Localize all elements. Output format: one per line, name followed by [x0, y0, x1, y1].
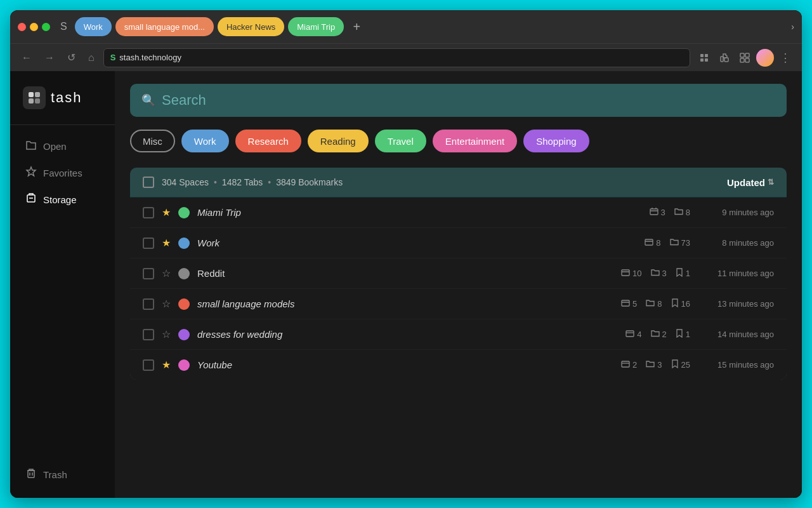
space-name[interactable]: Work [197, 237, 637, 248]
search-placeholder: Search [162, 92, 206, 109]
space-color-dot [178, 237, 190, 249]
space-name[interactable]: Miami Trip [197, 207, 642, 218]
puzzle-button[interactable] [716, 49, 733, 67]
row-time: 13 minutes ago [698, 299, 774, 309]
tab-manager-button[interactable] [736, 49, 754, 67]
extensions-button[interactable] [695, 49, 713, 67]
select-all-checkbox[interactable] [143, 177, 154, 188]
tabs-count: 4 [625, 329, 641, 340]
address-text: stash.technology [119, 53, 181, 62]
filter-misc[interactable]: Misc [130, 130, 175, 152]
tabs-count: 3 [650, 207, 665, 218]
sidebar-item-open[interactable]: Open [13, 133, 112, 159]
svg-rect-25 [622, 361, 629, 367]
space-name[interactable]: Youtube [197, 359, 613, 370]
bookmarks-count: 16 [671, 298, 690, 309]
logo-icon [23, 86, 46, 109]
close-button[interactable] [18, 23, 26, 31]
table-stats: 304 Spaces • 1482 Tabs • 3849 Bookmarks [162, 177, 719, 187]
space-name[interactable]: Reddit [197, 268, 613, 279]
main-content: tash Open Favorites [10, 71, 802, 498]
favorite-star[interactable]: ★ [162, 206, 171, 218]
row-checkbox[interactable] [143, 359, 154, 371]
sidebar-spacer [10, 213, 115, 461]
favorite-star[interactable]: ☆ [162, 298, 171, 310]
tab-miami-trip[interactable]: Miami Trip [288, 17, 344, 36]
traffic-lights [18, 23, 50, 31]
sidebar-item-favorites[interactable]: Favorites [13, 159, 112, 186]
sidebar-item-trash[interactable]: Trash [13, 461, 112, 488]
row-checkbox[interactable] [143, 207, 154, 218]
folders-icon [674, 207, 683, 218]
nav-actions: ⋮ [695, 49, 794, 67]
table-header: 304 Spaces • 1482 Tabs • 3849 Bookmarks … [130, 168, 787, 197]
favorite-star[interactable]: ☆ [162, 328, 171, 340]
space-name[interactable]: small language models [197, 298, 613, 309]
svg-rect-6 [740, 53, 744, 57]
maximize-button[interactable] [42, 23, 50, 31]
add-tab-button[interactable]: + [348, 18, 365, 36]
row-checkbox[interactable] [143, 329, 154, 340]
svg-rect-7 [745, 53, 749, 57]
trash-icon [25, 467, 37, 481]
svg-rect-5 [724, 58, 728, 62]
row-checkbox[interactable] [143, 268, 154, 279]
tab-slm[interactable]: small language mod... [115, 17, 214, 36]
space-meta: 4 2 1 [625, 329, 690, 340]
filter-work[interactable]: Work [181, 130, 229, 152]
search-bar[interactable]: 🔍 Search [130, 84, 787, 117]
address-bar[interactable]: S stash.technology [103, 48, 690, 67]
filter-reading[interactable]: Reading [308, 130, 369, 152]
tab-overflow-chevron[interactable]: › [791, 22, 794, 32]
bookmarks-count: 1 [676, 268, 690, 279]
filter-shopping[interactable]: Shopping [523, 130, 589, 152]
favorite-star[interactable]: ☆ [162, 267, 171, 279]
filter-travel[interactable]: Travel [375, 130, 426, 152]
title-bar: S Work small language mod... Hacker News… [10, 10, 802, 43]
tab-work[interactable]: Work [75, 17, 112, 36]
tabs-icon [621, 268, 630, 279]
stat-dot-2: • [268, 177, 271, 187]
tabs-icon [621, 298, 630, 309]
table-row: ☆ Reddit 10 [130, 258, 787, 289]
svg-rect-24 [626, 331, 634, 337]
filter-research[interactable]: Research [235, 130, 301, 152]
minimize-button[interactable] [30, 23, 38, 31]
table-row: ☆ dresses for wedding 4 [130, 319, 787, 350]
sidebar-item-storage[interactable]: Storage [13, 186, 112, 213]
app-name: tash [51, 90, 82, 106]
favorite-star[interactable]: ★ [162, 237, 171, 249]
svg-rect-3 [705, 58, 708, 62]
sidebar: tash Open Favorites [10, 71, 115, 498]
tab-hacker-news[interactable]: Hacker News [218, 17, 284, 36]
row-time: 8 minutes ago [698, 238, 774, 248]
svg-rect-21 [645, 239, 653, 245]
back-button[interactable]: ← [18, 50, 36, 66]
svg-rect-20 [650, 209, 658, 215]
filter-entertainment[interactable]: Entertainment [433, 130, 517, 152]
reload-button[interactable]: ↺ [63, 49, 79, 66]
forward-button[interactable]: → [41, 50, 58, 66]
tab-list: Work small language mod... Hacker News M… [75, 17, 787, 36]
folders-icon [646, 298, 655, 309]
row-checkbox[interactable] [143, 237, 154, 249]
favorite-star[interactable]: ★ [162, 359, 171, 371]
row-time: 11 minutes ago [698, 269, 774, 278]
svg-rect-11 [35, 92, 40, 97]
row-checkbox[interactable] [143, 298, 154, 310]
bookmarks-icon [676, 329, 683, 340]
more-options-button[interactable]: ⋮ [776, 49, 794, 67]
bookmarks-count: 1 [676, 329, 690, 340]
space-meta: 3 8 [650, 207, 690, 218]
space-name[interactable]: dresses for wedding [197, 329, 618, 340]
folders-count: 3 [651, 268, 667, 279]
space-color-dot [178, 329, 190, 340]
browser-window: S Work small language mod... Hacker News… [10, 10, 802, 498]
user-avatar-button[interactable] [756, 49, 774, 67]
home-button[interactable]: ⌂ [84, 50, 98, 66]
sidebar-divider [10, 124, 115, 125]
space-color-dot [178, 207, 190, 218]
sort-button[interactable]: Updated ⇅ [727, 177, 774, 188]
folders-icon [670, 237, 679, 248]
spaces-table: 304 Spaces • 1482 Tabs • 3849 Bookmarks … [130, 168, 787, 380]
